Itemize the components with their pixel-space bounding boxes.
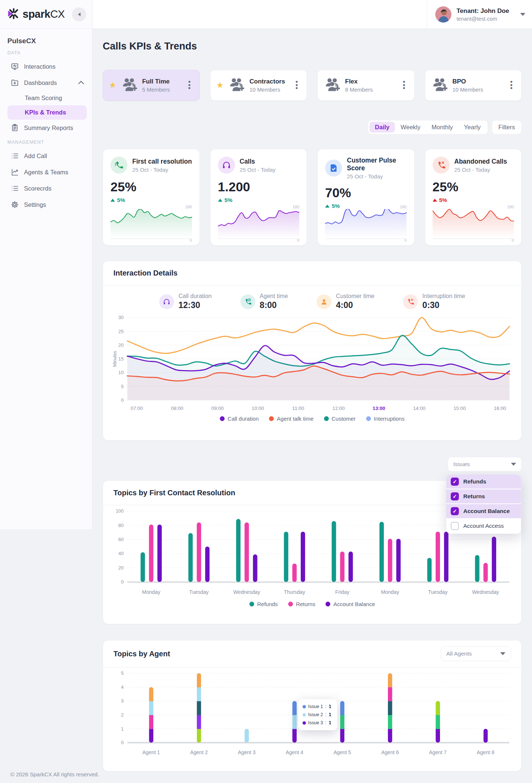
sidebar-item-label: Settings [24,201,46,208]
kpi-value: 25% [110,179,192,194]
kpi-sparkline: 180 0 [218,206,300,242]
stat-call-duration: Call duration 12:30 [159,293,212,310]
team-name: Flex [345,78,396,85]
svg-text:10: 10 [118,370,123,375]
legend-account-balance[interactable]: Account Balance [325,601,375,607]
sidebar-item-interactions[interactable]: Interactions [7,58,87,75]
time-filter-row: Daily Weekly Monthly Yearly Filters [368,120,522,134]
sidebar-item-label: Add Call [24,153,47,160]
legend-interruptions[interactable]: Interruptions [366,416,405,422]
legend-refunds[interactable]: Refunds [249,601,278,607]
menu-option-account-balance[interactable]: Account Balance [446,504,521,519]
phone-clock-icon [241,294,255,309]
svg-text:3: 3 [121,698,123,704]
svg-text:Wednesday: Wednesday [233,589,260,595]
workspace-name: PulseCX [7,37,87,45]
tab-daily[interactable]: Daily [369,122,395,133]
team-members: 5 Members [142,86,181,93]
folder-plus-icon [10,78,19,87]
team-card-contractors[interactable]: ★ Contractors 10 Members ••• [210,70,307,101]
tenant-menu[interactable]: Tenant: John Doe tenant@test.com [427,0,525,29]
menu-option-returns[interactable]: Returns [446,489,521,504]
chevron-down-icon [511,463,516,466]
issues-dropdown-trigger[interactable]: Issues [448,457,522,472]
kpi-sparkline: 180 0 [110,206,192,242]
spark-axis-max: 180 [293,205,299,209]
tab-yearly[interactable]: Yearly [458,122,486,133]
team-card-flex[interactable]: ★ Flex 8 Members ••• [317,70,415,101]
brand-wordmark: sparkCX [23,8,65,20]
legend-call-duration[interactable]: Call duration [220,416,259,422]
sidebar-item-summary-reports[interactable]: Summary Reports [7,120,87,136]
tab-weekly[interactable]: Weekly [395,122,426,133]
trend-up-icon [433,199,437,202]
panel-title: Topics by First Contact Resolution [113,489,235,497]
tooltip-row-issue2: Issue 2:1 [303,711,333,719]
svg-text:10:00: 10:00 [252,406,264,411]
sidebar-item-settings[interactable]: Settings [7,196,87,213]
chevron-down-icon[interactable] [520,13,525,16]
stat-value: 8:00 [260,300,288,310]
panel-title: Topics by Agent [113,650,170,658]
page-title: Calls KPIs & Trends [103,41,197,52]
svg-text:100: 100 [116,508,123,514]
team-name: BPO [453,78,503,85]
sidebar-item-agents-teams[interactable]: Agents & Teams [7,164,87,180]
kpi-card-first-call-resolution: First call resolution 25 Oct - Today 25%… [103,149,200,246]
checkbox-icon[interactable] [451,507,459,515]
sidebar-subitem-team-scoring[interactable]: Team Scoring [7,91,87,105]
legend-returns[interactable]: Returns [288,601,316,607]
menu-option-refunds[interactable]: Refunds [446,475,521,489]
sidebar: sparkCX PulseCX DATA Interactions Das [0,0,92,529]
sidebar-collapse-button[interactable] [72,7,86,21]
sidebar-item-dashboards[interactable]: Dashboards [7,75,87,91]
tenant-name: Tenant: John Doe [457,7,509,15]
kebab-menu-icon[interactable]: ••• [185,81,194,90]
svg-text:Agent 6: Agent 6 [381,749,399,755]
svg-text:Tuesday: Tuesday [428,589,448,595]
stat-label: Call duration [178,293,212,300]
filters-button[interactable]: Filters [492,120,522,134]
legend-customer[interactable]: Customer [324,416,356,422]
svg-text:08:00: 08:00 [171,406,183,411]
menu-option-account-access[interactable]: Account Access [446,519,521,534]
team-card-bpo[interactable]: ★ BPO 10 Members ••• [425,70,522,101]
kebab-menu-icon[interactable]: ••• [400,81,408,90]
interaction-stats-row: Call duration 12:30 Agent time 8:00 [103,285,521,312]
checkbox-icon[interactable] [451,478,459,486]
team-members: 8 Members [345,86,396,93]
agents-dropdown-trigger[interactable]: All Agents [441,646,511,661]
group-add-icon [431,77,448,93]
tab-monthly[interactable]: Monthly [426,122,458,133]
legend-dot [269,416,274,421]
spark-axis-max: 180 [507,205,514,209]
checkbox-icon[interactable] [451,522,459,530]
star-icon: ★ [216,81,224,89]
chart-tooltip: Issue 1:1 Issue 2:1 Issue 3:1 [298,699,337,730]
svg-text:Agent 8: Agent 8 [477,749,495,755]
svg-text:Friday: Friday [335,589,349,595]
team-card-full-time[interactable]: ★ Full Time 5 Members ••• [103,70,200,101]
brand-bold: spark [23,8,50,20]
spark-axis-max: 180 [185,205,192,209]
kebab-menu-icon[interactable]: ••• [507,81,515,90]
dashboard-page: sparkCX PulseCX DATA Interactions Das [0,0,532,783]
tenant-email: tenant@test.com [457,16,509,22]
kpi-cards-row: First call resolution 25 Oct - Today 25%… [103,149,522,246]
brand-light: CX [50,8,65,20]
legend-agent-talk-time[interactable]: Agent talk time [269,416,313,422]
svg-text:4: 4 [121,684,123,690]
sidebar-subitem-kpis-trends[interactable]: KPIs & Trends [7,105,87,120]
svg-text:Thursday: Thursday [284,589,305,595]
checkbox-icon[interactable] [451,492,459,500]
person-icon [317,294,331,309]
kebab-menu-icon[interactable]: ••• [293,81,301,90]
sidebar-item-scorecrds[interactable]: Scorecrds [7,180,87,196]
kpi-sparkline: 180 0 [325,206,407,242]
topics-agent-panel: Topics by Agent All Agents 012345Agent 1… [103,640,522,772]
sidebar-item-add-call[interactable]: Add Call [7,148,87,164]
chevron-up-icon [78,81,84,86]
svg-text:11:00: 11:00 [292,406,304,411]
svg-text:12:00: 12:00 [332,406,345,411]
kpi-trend: 5% [433,197,514,203]
